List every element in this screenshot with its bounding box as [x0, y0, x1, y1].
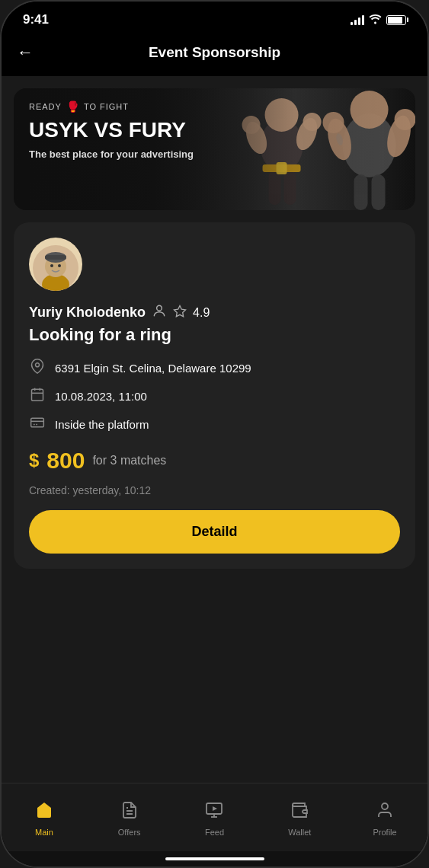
nav-item-offers[interactable]: Offers [87, 801, 172, 837]
feed-icon [205, 801, 223, 824]
home-icon [35, 801, 53, 824]
listing-card: Yuriy Kholodenko 4.9 [14, 222, 415, 569]
svg-marker-40 [213, 806, 217, 811]
user-name: Yuriy Kholodenko [29, 305, 146, 321]
profile-icon [376, 801, 394, 824]
banner-tag: READY 🥊 TO FIGHT [29, 101, 400, 113]
payment-icon [29, 415, 46, 434]
location-text: 6391 Elgin St. Celina, Delaware 10299 [55, 362, 251, 375]
svg-rect-23 [45, 255, 66, 260]
banner-fight-icon: 🥊 [66, 101, 79, 113]
nav-item-profile[interactable]: Profile [342, 801, 427, 837]
location-row: 6391 Elgin St. Celina, Delaware 10299 [29, 359, 400, 378]
nav-item-main[interactable]: Main [2, 801, 87, 837]
svg-point-26 [157, 305, 162, 311]
avatar [29, 238, 82, 291]
price-amount: 800 [46, 448, 85, 474]
nav-label-main: Main [35, 828, 53, 837]
svg-rect-33 [31, 418, 44, 427]
verified-icon [152, 303, 167, 322]
datetime-row: 10.08.2023, 11:00 [29, 387, 400, 406]
svg-marker-27 [174, 305, 186, 316]
created-text: Created: yesterday, 10:12 [29, 484, 400, 496]
home-indicator [165, 857, 264, 860]
svg-rect-29 [32, 389, 43, 400]
svg-point-28 [36, 363, 40, 367]
back-button[interactable]: ← [17, 40, 40, 65]
svg-point-25 [58, 264, 61, 267]
payment-text: Inside the platform [55, 418, 149, 431]
datetime-text: 10.08.2023, 11:00 [55, 390, 147, 403]
location-icon [29, 359, 46, 378]
rating-value: 4.9 [193, 306, 210, 320]
banner-title: USYK VS FURY [29, 119, 400, 142]
detail-button[interactable]: Detaild [29, 510, 400, 554]
banner-to-fight-text: TO FIGHT [84, 102, 129, 111]
nav-label-offers: Offers [118, 828, 141, 837]
signal-icon [351, 14, 364, 25]
page-title: Event Sponsorship [40, 44, 389, 61]
price-dollar-icon: $ [29, 450, 39, 471]
payment-row: Inside the platform [29, 415, 400, 434]
nav-item-wallet[interactable]: Wallet [257, 801, 342, 837]
wallet-icon [290, 801, 309, 824]
scroll-content: READY 🥊 TO FIGHT USYK VS FURY The best p… [2, 76, 427, 783]
banner-subtitle: The best place for your advertising [29, 148, 400, 160]
user-name-row: Yuriy Kholodenko 4.9 [29, 303, 400, 322]
offers-icon [120, 801, 139, 824]
svg-point-41 [382, 803, 388, 809]
listing-title: Looking for a ring [29, 325, 400, 345]
header: ← Event Sponsorship [2, 32, 427, 76]
star-icon [173, 305, 187, 321]
user-row [29, 238, 400, 291]
nav-item-feed[interactable]: Feed [172, 801, 258, 837]
calendar-icon [29, 387, 46, 406]
nav-label-feed: Feed [205, 828, 224, 837]
svg-point-24 [50, 264, 53, 267]
status-time: 9:41 [23, 12, 49, 27]
battery-icon [386, 15, 406, 25]
price-suffix: for 3 matches [92, 454, 166, 468]
event-banner: READY 🥊 TO FIGHT USYK VS FURY The best p… [14, 88, 415, 210]
nav-label-profile: Profile [373, 828, 396, 837]
banner-ready-text: READY [29, 102, 62, 111]
wifi-icon [369, 14, 382, 27]
user-meta: Yuriy Kholodenko 4.9 [29, 303, 400, 322]
nav-label-wallet: Wallet [288, 828, 311, 837]
bottom-nav: Main Offers [2, 783, 427, 851]
status-icons [351, 14, 406, 27]
price-row: $ 800 for 3 matches [29, 448, 400, 474]
